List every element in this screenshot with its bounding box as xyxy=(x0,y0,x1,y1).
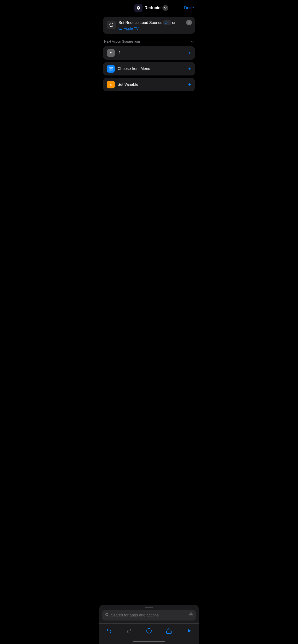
suggestion-item-choose-from-menu[interactable]: Choose from Menu + xyxy=(103,62,195,76)
action-title-prefix: Set Reduce Loud Sounds xyxy=(118,20,162,25)
suggestion-icon-if: Y xyxy=(107,49,115,57)
suggestion-add-if-button[interactable]: + xyxy=(188,50,191,56)
action-card-content: Set Reduce Loud Sounds On on Apple TV xyxy=(107,20,191,30)
action-subtitle[interactable]: Apple TV xyxy=(118,26,191,30)
suggestion-item-var-left: x Set Variable xyxy=(107,81,138,88)
suggestion-icon-menu xyxy=(107,65,115,72)
suggestion-item-set-variable[interactable]: x Set Variable + xyxy=(103,78,195,91)
suggestion-label-if: If xyxy=(117,51,120,55)
action-card-icon xyxy=(107,20,116,29)
suggestion-list: Y If + Choose from Menu + x Set Variable… xyxy=(99,46,199,91)
title-dropdown-button[interactable] xyxy=(163,5,168,11)
suggestion-label-menu: Choose from Menu xyxy=(117,66,150,71)
suggestion-item-menu-left: Choose from Menu xyxy=(107,65,150,72)
suggestion-label-variable: Set Variable xyxy=(117,82,138,87)
action-subtitle-text: Apple TV xyxy=(124,26,138,30)
svg-rect-2 xyxy=(109,67,113,70)
action-card-close-button[interactable] xyxy=(186,20,192,26)
suggestion-item-if-left: Y If xyxy=(107,49,120,57)
suggestions-label: Next Action Suggestions xyxy=(104,40,140,43)
page-title: Reducio xyxy=(144,6,161,10)
action-title-row: Set Reduce Loud Sounds On on xyxy=(118,20,191,26)
svg-rect-1 xyxy=(119,27,122,30)
svg-rect-0 xyxy=(135,5,141,11)
action-on-badge[interactable]: On xyxy=(163,20,171,25)
suggestion-item-if[interactable]: Y If + xyxy=(103,46,195,60)
action-title-suffix: on xyxy=(172,20,176,25)
suggestion-add-menu-button[interactable]: + xyxy=(188,66,191,72)
suggestions-chevron-icon[interactable] xyxy=(191,40,194,43)
suggestion-add-variable-button[interactable]: + xyxy=(188,82,191,88)
suggestions-header: Next Action Suggestions xyxy=(99,38,199,46)
action-card: Set Reduce Loud Sounds On on Apple TV xyxy=(103,17,195,34)
header: Reducio Done xyxy=(99,0,199,15)
app-icon xyxy=(134,4,142,12)
action-text-block: Set Reduce Loud Sounds On on Apple TV xyxy=(118,20,191,30)
message-icon xyxy=(118,26,122,30)
suggestion-icon-variable: x xyxy=(107,81,115,88)
header-center: Reducio xyxy=(134,4,168,12)
done-button[interactable]: Done xyxy=(184,6,194,10)
